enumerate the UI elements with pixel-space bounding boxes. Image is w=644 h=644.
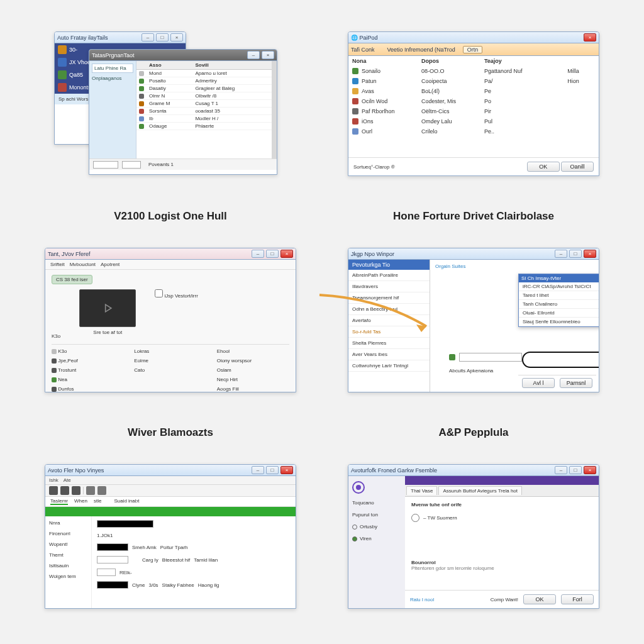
callout-field[interactable] — [459, 353, 522, 362]
side-item[interactable]: Toqucano — [352, 500, 401, 506]
list-item[interactable]: OdaugePhlaerte — [136, 123, 272, 130]
option[interactable]: Necp Hirt — [217, 377, 289, 382]
option[interactable] — [134, 377, 206, 382]
toolbar-icon[interactable] — [72, 486, 80, 495]
menu[interactable]: Ishk — [49, 477, 58, 483]
tab[interactable]: Taslemr — [50, 498, 68, 505]
checkbox[interactable] — [155, 289, 163, 297]
ok-button[interactable]: OK — [523, 594, 556, 604]
t1-list[interactable]: Asso Sovill MondAparno u loretPosaltoAdm… — [136, 61, 277, 158]
list-item[interactable]: Olmr NOlbwitr /8 — [136, 92, 272, 100]
maximize-icon[interactable]: □ — [266, 250, 279, 258]
t4-right-header[interactable]: Orgaln Suites — [435, 264, 594, 269]
tab[interactable]: Apotrent — [101, 262, 119, 267]
radio[interactable]: Vlren — [352, 536, 401, 541]
option[interactable]: Oiony worspsor — [217, 358, 289, 364]
t2-menu[interactable]: Veetio Infremoend (NaTrod — [387, 47, 455, 53]
tab[interactable]: Srifteit — [50, 262, 65, 267]
table-row[interactable]: Ociln WodCodester, MisPo — [348, 96, 599, 106]
input[interactable] — [97, 543, 128, 551]
table-row[interactable]: Sonailo08-OO.OPgattanord NufMilla — [348, 66, 599, 76]
popup-row[interactable]: Tared t lihet — [519, 291, 599, 300]
option[interactable]: Nea — [52, 377, 124, 382]
radio[interactable] — [411, 514, 419, 522]
t2-titlebar[interactable]: 🌐 PaiPod × — [348, 32, 599, 43]
option[interactable]: K3o — [52, 348, 124, 354]
close-icon[interactable]: × — [584, 33, 596, 42]
maximize-icon[interactable]: □ — [569, 250, 582, 258]
option[interactable]: Ehool — [217, 348, 289, 354]
close-icon[interactable]: × — [280, 466, 293, 474]
toolbar-icon[interactable] — [60, 486, 69, 495]
close-icon[interactable]: × — [280, 250, 293, 258]
list-item[interactable]: Sorsntaooadast 35 — [136, 108, 272, 115]
menu[interactable]: Ate — [64, 477, 71, 483]
cancel-button[interactable]: Forl — [561, 594, 594, 604]
maximize-icon[interactable]: □ — [156, 33, 169, 42]
cancel-button[interactable]: Oanill — [561, 162, 594, 172]
t1-nav[interactable]: Latu Phine Ra Onplaaganos — [89, 61, 136, 158]
t1-front-titlebar[interactable]: TatasPrgnanTaot – × — [89, 50, 277, 61]
popup-row[interactable]: Tanh ClvailneroCE — [519, 300, 599, 309]
input[interactable] — [97, 569, 116, 576]
popup-row[interactable]: iRC-CR ClASp/Avrohd TsICrCt — [519, 282, 599, 291]
input[interactable] — [97, 556, 128, 564]
close-icon[interactable]: × — [262, 51, 274, 59]
table-row[interactable]: AvasBoL(4l)Pe — [348, 86, 599, 96]
close-icon[interactable]: × — [170, 33, 183, 42]
option[interactable]: Eolme — [134, 358, 206, 364]
popup-row[interactable]: Siauj Senfe Elloomnebieo — [519, 318, 599, 326]
table-row[interactable]: PatunCooipectaPa/Hion — [348, 76, 599, 86]
option[interactable]: Jpe,Peof — [52, 358, 124, 364]
option[interactable] — [134, 386, 206, 392]
menu-item[interactable]: Illavdravers — [348, 281, 430, 292]
option[interactable]: Oslam — [217, 367, 289, 373]
menu-item[interactable]: Cottwrohnye Larir Tintngl — [348, 360, 430, 372]
minimize-icon[interactable]: – — [252, 466, 264, 474]
tab[interactable]: Mvbouctont — [70, 262, 96, 267]
close-icon[interactable]: × — [584, 466, 596, 474]
link[interactable]: Ralu I nool — [410, 597, 434, 602]
maximize-icon[interactable]: □ — [266, 466, 279, 474]
list-item[interactable]: MondAparno u loret — [136, 70, 272, 77]
side-item[interactable]: Pupurul ton — [352, 512, 401, 518]
input[interactable] — [97, 581, 128, 589]
minimize-icon[interactable]: – — [555, 466, 567, 474]
radio[interactable]: Ortusby — [352, 524, 401, 530]
minimize-icon[interactable]: – — [142, 33, 154, 42]
tab[interactable]: stle — [94, 498, 101, 505]
t1-nav-item[interactable]: Onplaaganos — [92, 75, 133, 81]
minimize-icon[interactable]: – — [252, 250, 264, 258]
close-icon[interactable]: × — [584, 250, 596, 258]
minimize-icon[interactable]: – — [247, 51, 260, 59]
table-row[interactable]: Paf RborlhonOëltm-CicsPir — [348, 106, 599, 116]
tab[interactable]: Assuruh Buttof Aviegurs Trela hot — [438, 486, 522, 495]
popup-row[interactable]: Oluai- EllrontdaS — [519, 309, 599, 318]
toolbar-icon[interactable] — [97, 486, 106, 495]
option[interactable]: Dunfos — [52, 386, 124, 392]
list-item[interactable]: Grame MCusag T 1 — [136, 100, 272, 108]
table-row[interactable]: OurlCrileloPe.. — [348, 126, 599, 136]
t2-menu[interactable]: Ortn — [463, 46, 483, 53]
t4-popup[interactable]: SI Ch Imsay-tVter ILil K iRC-CR ClASp/Av… — [518, 274, 599, 327]
maximize-icon[interactable]: □ — [569, 466, 582, 474]
list-item[interactable]: DasatiyGragleer at Baleg — [136, 85, 272, 92]
tab[interactable]: When — [74, 498, 87, 505]
list-item[interactable]: PosaltoAdmertiry — [136, 77, 272, 85]
t6-titlebar[interactable]: Avoturfofk Froned Garkw Fsemble – □ × — [348, 465, 599, 476]
t3-chip[interactable]: CS 38 fed iser — [52, 275, 92, 284]
menu-item[interactable]: AlbreinPath Porailire — [348, 270, 430, 281]
t5-titlebar[interactable]: Avoto Fler Npo Vinyes – □ × — [45, 465, 296, 476]
t2-menu[interactable]: Tafi Conk — [351, 47, 375, 53]
option[interactable]: Cato — [134, 367, 206, 373]
ok-button[interactable]: OK — [527, 162, 560, 172]
video-thumbnail[interactable] — [79, 289, 136, 327]
t1-back-titlebar[interactable]: Auto Fratay ilayTails – □ × — [55, 32, 186, 43]
t4-titlebar[interactable]: Jkgp Npo Winpor – □ × — [348, 248, 599, 260]
cancel-button[interactable]: Parnsnl — [560, 378, 592, 388]
t3-titlebar[interactable]: Tant, JVov Fferef – □ × — [45, 248, 296, 260]
option[interactable]: Aoogs Fiil — [217, 386, 289, 392]
list-item[interactable]: IbModler H / — [136, 115, 272, 123]
toolbar-icon[interactable] — [49, 486, 58, 495]
ok-button[interactable]: Avl l — [522, 378, 555, 388]
